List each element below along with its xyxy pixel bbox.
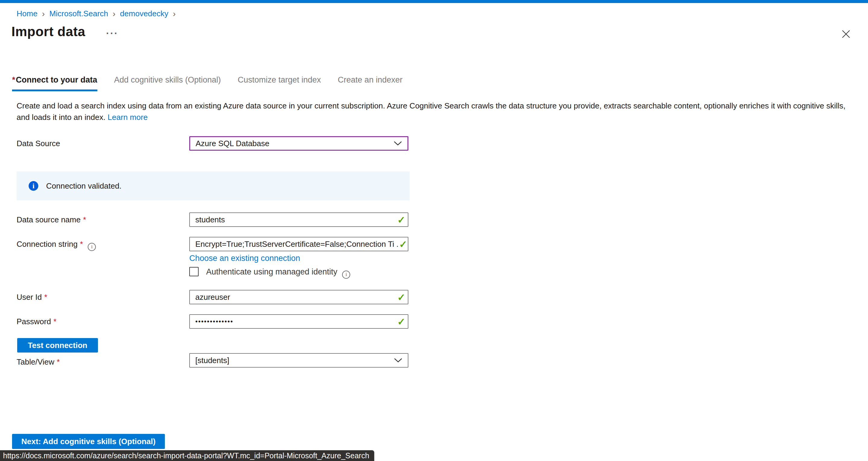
user-id-label: User Id [17, 293, 42, 302]
wizard-tabs: *Connect to your data Add cognitive skil… [12, 75, 402, 91]
more-menu-icon[interactable]: ··· [106, 28, 119, 39]
tab-customize-target-index[interactable]: Customize target index [238, 75, 321, 91]
data-source-dropdown[interactable]: Azure SQL Database [189, 136, 408, 151]
breadcrumb-home[interactable]: Home [17, 9, 37, 19]
required-marker: * [12, 75, 16, 84]
test-connection-button[interactable]: Test connection [17, 338, 98, 352]
required-marker: * [44, 293, 47, 302]
password-field: ✓ [189, 314, 408, 329]
tab-connect-to-your-data[interactable]: *Connect to your data [12, 75, 97, 91]
user-id-field: ✓ [189, 290, 408, 304]
data-source-name-field: ✓ [189, 212, 408, 227]
breadcrumb-separator-icon: › [173, 10, 176, 18]
managed-identity-row: Authenticate using managed identityi [0, 267, 868, 277]
info-icon[interactable]: i [88, 243, 96, 251]
breadcrumb-separator-icon: › [42, 10, 44, 18]
learn-more-link[interactable]: Learn more [107, 113, 148, 122]
intro-description: Create and load a search index using dat… [17, 100, 852, 123]
breadcrumb-microsoft-search[interactable]: Microsoft.Search [50, 9, 108, 19]
password-row: Password* ✓ [0, 314, 868, 329]
link-preview-status-bar: https://docs.microsoft.com/azure/search/… [0, 450, 374, 461]
azure-top-bar [0, 0, 868, 3]
next-add-cognitive-skills-button[interactable]: Next: Add cognitive skills (Optional) [12, 434, 165, 449]
close-icon[interactable] [841, 29, 851, 39]
connection-string-label: Connection string [17, 240, 78, 249]
connection-string-row: Connection string*i ✓ [0, 237, 868, 251]
data-source-row: Data Source Azure SQL Database [0, 136, 868, 151]
tab-add-cognitive-skills[interactable]: Add cognitive skills (Optional) [114, 75, 221, 91]
required-marker: * [53, 317, 56, 326]
breadcrumb: Home › Microsoft.Search › demovedecky › [17, 9, 176, 19]
data-source-value: Azure SQL Database [195, 139, 270, 148]
connection-string-input[interactable] [190, 238, 408, 251]
choose-existing-connection-link[interactable]: Choose an existing connection [189, 254, 300, 263]
managed-identity-checkbox[interactable] [189, 267, 198, 276]
connection-validated-banner: i Connection validated. [17, 172, 410, 201]
breadcrumb-separator-icon: › [113, 10, 116, 18]
chevron-down-icon [394, 358, 402, 363]
chevron-down-icon [394, 141, 402, 146]
info-icon[interactable]: i [342, 271, 350, 279]
tab-create-an-indexer[interactable]: Create an indexer [338, 75, 403, 91]
tab-label: Add cognitive skills (Optional) [114, 75, 221, 84]
import-data-page: Home › Microsoft.Search › demovedecky › … [0, 0, 868, 461]
valid-check-icon: ✓ [399, 239, 407, 250]
data-source-name-label: Data source name [17, 215, 81, 224]
user-id-input[interactable] [190, 290, 408, 304]
data-source-name-input[interactable] [190, 213, 408, 226]
page-title: Import data [11, 24, 85, 39]
valid-check-icon: ✓ [397, 214, 405, 226]
required-marker: * [83, 215, 86, 224]
table-view-row: Table/View* [students] [0, 353, 868, 368]
data-source-name-row: Data source name* ✓ [0, 212, 868, 227]
valid-check-icon: ✓ [397, 316, 405, 328]
managed-identity-label: Authenticate using managed identity [206, 267, 337, 276]
required-marker: * [80, 240, 83, 249]
table-view-value: [students] [195, 356, 229, 365]
tab-label: Create an indexer [338, 75, 403, 84]
tab-label: Customize target index [238, 75, 321, 84]
tab-label: Connect to your data [16, 75, 97, 84]
password-label: Password [17, 317, 51, 326]
breadcrumb-demovedecky[interactable]: demovedecky [120, 9, 168, 19]
data-source-label: Data Source [17, 136, 60, 151]
info-icon: i [29, 181, 38, 191]
banner-message: Connection validated. [46, 181, 121, 191]
user-id-row: User Id* ✓ [0, 290, 868, 304]
connection-string-field: ✓ [189, 237, 408, 251]
valid-check-icon: ✓ [397, 292, 405, 303]
required-marker: * [57, 357, 60, 366]
password-input[interactable] [190, 315, 408, 328]
table-view-label: Table/View [17, 357, 54, 366]
table-view-dropdown[interactable]: [students] [189, 353, 408, 368]
